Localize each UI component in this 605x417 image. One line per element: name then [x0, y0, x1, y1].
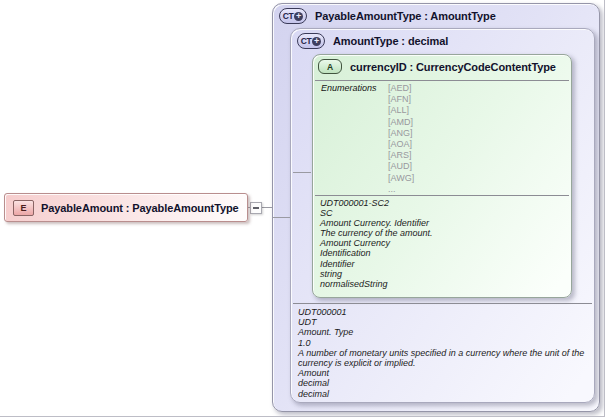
attribute-annotation: UDT000001-SC2SCAmount Currency. Identifi… [320, 198, 433, 289]
complex-type-title: PayableAmountType : AmountType [315, 10, 496, 22]
annotation-line: Amount Currency [320, 238, 433, 248]
annotation-line: 1.0 [298, 338, 584, 348]
complex-type-box-amounttype: CT + AmountType : decimal A currencyID :… [290, 28, 595, 403]
connector-inner-to-attribute [293, 172, 311, 173]
enumeration-value: ... [388, 184, 414, 195]
annotation-line: UDT000001 [298, 307, 584, 317]
element-icon: E [13, 200, 34, 216]
enumeration-value-list: [AED][AFN][ALL][AMD][ANG][AOA][ARS][AUD]… [388, 83, 414, 195]
enumeration-value: [AED] [388, 83, 414, 94]
annotation-line: A number of monetary units specified in … [298, 348, 584, 358]
type-annotation: UDT000001UDTAmount. Type1.0A number of m… [298, 307, 584, 399]
attribute-icon: A [318, 59, 342, 74]
minus-icon [253, 207, 259, 209]
complex-type-icon-label: CT [301, 36, 311, 46]
annotation-line: currency is explicit or implied. [298, 358, 584, 368]
attribute-title: currencyID : CurrencyCodeContentType [350, 61, 556, 73]
enumeration-value: [AFN] [388, 94, 414, 105]
complex-type-title: AmountType : decimal [333, 35, 448, 47]
annotation-line: Amount Currency. Identifier [320, 218, 433, 228]
attribute-title-row[interactable]: A currencyID : CurrencyCodeContentType [318, 59, 556, 74]
complex-type-box-payableamounttype: CT + PayableAmountType : AmountType CT +… [272, 3, 600, 412]
annotation-line: Amount. Type [298, 327, 584, 337]
expand-plus-icon: + [294, 12, 303, 21]
annotation-line: SC [320, 208, 433, 218]
attribute-box-currencyid: A currencyID : CurrencyCodeContentType E… [312, 54, 572, 298]
complex-type-icon[interactable]: CT + [297, 33, 325, 49]
enumeration-value: [AWG] [388, 173, 414, 184]
annotation-line: UDT000001-SC2 [320, 198, 433, 208]
annotation-line: The currency of the amount. [320, 228, 433, 238]
separator-line [315, 80, 569, 81]
enumeration-value: [AUD] [388, 161, 414, 172]
annotation-line: string [320, 269, 433, 279]
complex-type-icon-label: CT [283, 11, 293, 21]
enumeration-value: [ARS] [388, 150, 414, 161]
enumeration-value: [ALL] [388, 105, 414, 116]
complex-type-icon[interactable]: CT + [279, 8, 307, 24]
complex-type-title-row[interactable]: CT + PayableAmountType : AmountType [279, 8, 496, 24]
separator-line [293, 303, 592, 304]
annotation-line: Identifier [320, 259, 433, 269]
annotation-line: normalisedString [320, 279, 433, 289]
enumeration-value: [AOA] [388, 139, 414, 150]
enumeration-value: [ANG] [388, 128, 414, 139]
enumeration-value: [AMD] [388, 117, 414, 128]
annotation-line: Amount [298, 368, 584, 378]
annotation-line: UDT [298, 317, 584, 327]
schema-diagram-canvas: CT + PayableAmountType : AmountType CT +… [0, 0, 605, 417]
collapse-handle[interactable] [250, 202, 262, 214]
enumerations-label: Enumerations [321, 83, 377, 93]
separator-line [315, 195, 569, 196]
complex-type-title-row[interactable]: CT + AmountType : decimal [297, 33, 448, 49]
annotation-line: Identification [320, 248, 433, 258]
expand-plus-icon: + [312, 37, 321, 46]
connector-outer-to-inner [273, 217, 290, 218]
element-title: PayableAmount : PayableAmountType [41, 202, 239, 214]
annotation-line: decimal [298, 389, 584, 399]
annotation-line: decimal [298, 378, 584, 388]
element-box-payableamount[interactable]: E PayableAmount : PayableAmountType [4, 193, 248, 222]
